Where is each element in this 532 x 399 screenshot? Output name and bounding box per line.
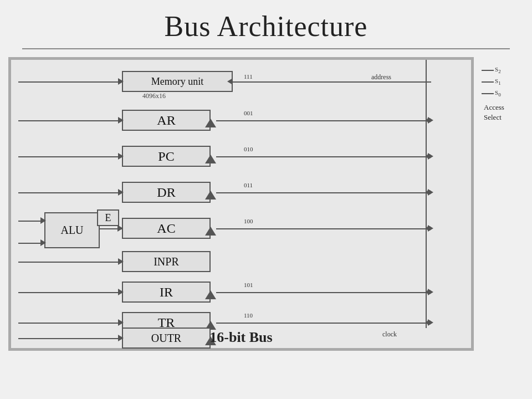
s1-label: S1 [495, 78, 501, 86]
pc-label: PC [158, 149, 174, 164]
code-111: 111 [244, 73, 253, 80]
line-to-ir [18, 292, 122, 293]
dr-triangle [205, 191, 216, 200]
arrow-memory [118, 78, 124, 85]
s0-line [482, 93, 494, 94]
line-pc-right [216, 156, 431, 157]
arrow-dr [118, 189, 124, 196]
ir-triangle [205, 290, 216, 299]
arrow-ar [118, 117, 124, 124]
line-tr-right [216, 323, 431, 324]
s0-label: S0 [495, 89, 501, 98]
e-label: E [105, 212, 111, 224]
page-title: Bus Architecture [0, 0, 532, 48]
s2-label: S2 [495, 66, 501, 74]
arrow-ac [117, 225, 123, 232]
access-select-panel: S2 S1 S0 Access Select [479, 57, 518, 351]
access-select-label-line1: Access [484, 103, 504, 112]
arrow-pc-out [428, 153, 433, 160]
code-011: 011 [244, 182, 253, 188]
ir-box: IR [122, 282, 211, 303]
alu-box: ALU [44, 212, 100, 248]
e-box: E [97, 209, 119, 226]
memory-label: Memory unit [151, 76, 204, 88]
line-memory-right [233, 81, 431, 83]
alu-arrow2 [40, 239, 46, 246]
bus-right-line [426, 60, 427, 328]
arrow-ac-out [428, 225, 433, 232]
alu-arrow1 [40, 217, 46, 224]
code-010: 010 [244, 146, 253, 152]
s2-line [482, 70, 494, 71]
dr-label: DR [157, 185, 175, 200]
ac-triangle [205, 227, 216, 236]
address-label: address [371, 73, 391, 81]
ar-triangle [205, 119, 216, 127]
pc-box: PC [122, 146, 211, 167]
s1-line [482, 81, 494, 83]
arrow-address [227, 78, 233, 85]
s1-row: S1 [482, 78, 501, 86]
line-to-tr [18, 323, 122, 324]
ac-box: AC [122, 218, 211, 239]
code-110: 110 [244, 312, 253, 319]
inpr-box: INPR [122, 251, 211, 272]
access-select-label-line2: Select [484, 112, 504, 122]
memory-sublabel: 4096x16 [142, 92, 166, 100]
arrow-ar-out [428, 117, 433, 124]
ar-box: AR [122, 110, 211, 131]
code-101: 101 [244, 282, 253, 288]
bus-label: 16-bit Bus [11, 329, 471, 348]
line-to-memory [18, 81, 122, 83]
ir-label: IR [160, 285, 173, 300]
line-ir-right [216, 292, 431, 293]
arrow-tr [118, 319, 124, 326]
line-to-pc [18, 156, 122, 157]
arrow-ir [118, 289, 124, 295]
ac-label: AC [157, 221, 175, 236]
bus-frame: Memory unit 4096x16 111 address AR [8, 57, 474, 351]
line-to-ar [18, 120, 122, 121]
page: Bus Architecture Memory unit 4096x16 111… [0, 0, 532, 399]
s2-row: S2 [482, 66, 501, 74]
line-to-inpr [18, 262, 122, 263]
line-ar-right [216, 120, 431, 121]
pc-triangle [205, 155, 216, 163]
arrow-tr-out [428, 319, 433, 326]
inpr-label: INPR [154, 255, 179, 268]
arrow-inpr [118, 258, 124, 265]
alu-label: ALU [60, 224, 83, 237]
memory-unit-box: Memory unit [122, 71, 233, 92]
code-001: 001 [244, 110, 253, 116]
arrow-pc [118, 153, 124, 160]
code-100: 100 [244, 218, 253, 224]
line-ac-right [216, 228, 431, 229]
ar-label: AR [157, 113, 175, 128]
line-dr-right [216, 192, 431, 193]
s0-row: S0 [482, 89, 501, 98]
arrow-ir-out [428, 289, 433, 295]
arrow-dr-out [428, 189, 433, 196]
line-to-dr [18, 192, 122, 193]
title-divider [22, 48, 510, 49]
dr-box: DR [122, 182, 211, 203]
